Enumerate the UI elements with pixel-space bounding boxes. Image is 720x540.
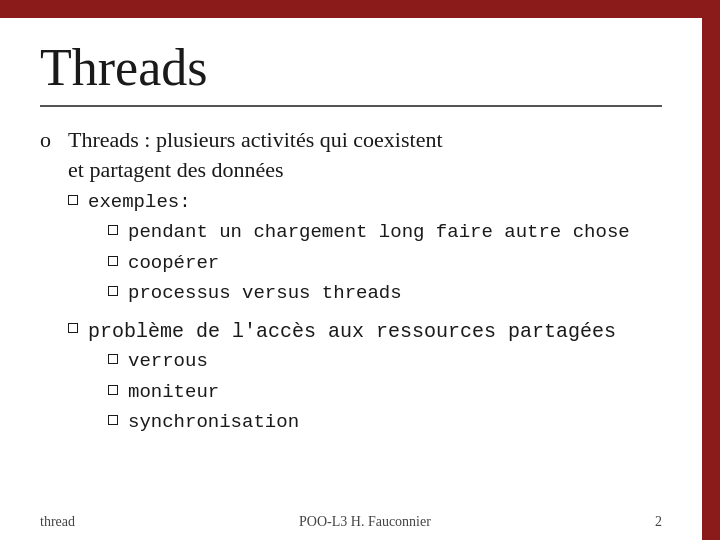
bullet-l3-text1: pendant un chargement long faire autre c…: [128, 220, 630, 246]
bullet-l2-exemples: exemples: pendant un chargement long fai…: [68, 190, 630, 312]
bullet-l3-marker1: [108, 225, 118, 235]
footer-left: thread: [40, 514, 75, 530]
footer-center: POO-L3 H. Fauconnier: [299, 514, 431, 530]
footer: thread POO-L3 H. Fauconnier 2: [0, 514, 702, 530]
bullet-l3-text6: synchronisation: [128, 410, 299, 436]
bullet-l3-item5: moniteur: [108, 380, 616, 406]
slide-content: Threads o Threads : plusieurs activités …: [0, 18, 702, 540]
bullet-l1-text-line2: et partagent des données: [68, 155, 630, 185]
bullet-l3-item1: pendant un chargement long faire autre c…: [108, 220, 630, 246]
bullet-l2-exemples-content: exemples: pendant un chargement long fai…: [88, 190, 630, 312]
bullet-l3-item3: processus versus threads: [108, 281, 630, 307]
bullet-l2-marker-exemples: [68, 195, 78, 205]
slide-title: Threads: [40, 38, 662, 97]
footer-right: 2: [655, 514, 662, 530]
bullet-l3-text2: coopérer: [128, 251, 219, 277]
bullet-l3-text3: processus versus threads: [128, 281, 402, 307]
bullet-l3-marker4: [108, 354, 118, 364]
bullet-l2-probleme-label: problème de l'accès aux ressources parta…: [88, 318, 616, 345]
bullet-l1-marker: o: [40, 127, 68, 153]
bullet-l3-marker6: [108, 415, 118, 425]
bullet-l1-text-line1: Threads : plusieurs activités qui coexis…: [68, 125, 630, 155]
bullet-l1-threads: o Threads : plusieurs activités qui coex…: [40, 125, 662, 446]
bullet-l3-marker3: [108, 286, 118, 296]
bullet-l3-item4: verrous: [108, 349, 616, 375]
title-rule: [40, 105, 662, 107]
bullet-l2-marker-probleme: [68, 323, 78, 333]
bullet-l2-exemples-label: exemples:: [88, 190, 630, 216]
bullet-l3-item6: synchronisation: [108, 410, 616, 436]
bullet-l3-marker2: [108, 256, 118, 266]
bullet-l3-text5: moniteur: [128, 380, 219, 406]
sub-list-1: exemples: pendant un chargement long fai…: [68, 190, 630, 440]
bullet-l2-probleme: problème de l'accès aux ressources parta…: [68, 318, 630, 441]
right-bar: [702, 0, 720, 540]
main-body: o Threads : plusieurs activités qui coex…: [40, 125, 662, 510]
bullet-l3-item2: coopérer: [108, 251, 630, 277]
bullet-l1-content: Threads : plusieurs activités qui coexis…: [68, 125, 630, 446]
bullet-l3-text4: verrous: [128, 349, 208, 375]
bullet-l2-probleme-content: problème de l'accès aux ressources parta…: [88, 318, 616, 441]
top-bar: [0, 0, 720, 18]
bullet-l3-marker5: [108, 385, 118, 395]
